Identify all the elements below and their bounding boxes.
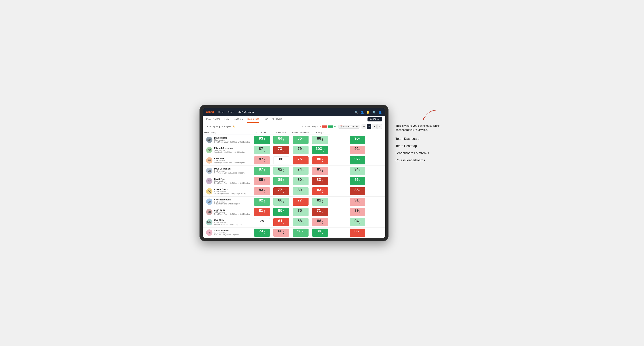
score-cell: 975▲ — [330, 155, 385, 166]
nav-links: Home Teams My Performance — [218, 111, 350, 113]
player-club: Royal North Devon Golf Club, United King… — [214, 182, 250, 184]
col-player-quality[interactable]: Player Quality ↕ — [203, 130, 252, 135]
player-handicap: 6-10 Handicap — [214, 222, 250, 223]
annotation-course-leaderboards: Course leaderboards — [396, 159, 444, 162]
nav-home[interactable]: Home — [218, 111, 224, 113]
score-cell: 584▲ — [291, 217, 310, 227]
score-cell: 958▲ — [272, 207, 291, 217]
player-cell[interactable]: CRChris Robertson1-5 HandicapCraigmillar… — [203, 197, 252, 207]
player-avatar: DF — [206, 178, 212, 184]
player-name: Chris Robertson — [214, 198, 250, 201]
score-cell: 934▲ — [252, 135, 272, 145]
settings-icon[interactable]: ⚙️ — [372, 110, 376, 114]
score-cell: 824▲ — [272, 166, 291, 176]
player-cell[interactable]: BMBlair McHargPlus HandicapRoyal North D… — [203, 135, 252, 145]
user-icon[interactable]: 👤 — [360, 110, 364, 114]
search-icon[interactable]: 🔍 — [354, 110, 358, 114]
score-cell: 854▼ — [330, 227, 385, 238]
player-cell[interactable]: EEElliot Ebert1-5 HandicapSunningdale Go… — [203, 155, 252, 166]
score-cell: 959▲ — [330, 135, 385, 145]
score-cell: 773▼ — [291, 197, 310, 207]
view-grid-button[interactable]: ⊞ — [362, 124, 366, 129]
player-cell[interactable]: DBDave Billingham1-5 HandicapGog Magog G… — [203, 166, 252, 176]
add-team-button[interactable]: Add Team — [368, 117, 382, 121]
table-row[interactable]: EEElliot Ebert1-5 HandicapSunningdale Go… — [203, 155, 385, 166]
col-approach[interactable]: Approach ↕ — [272, 130, 291, 135]
table-row[interactable]: BMBlair McHargPlus HandicapRoyal North D… — [203, 135, 385, 145]
table-row[interactable]: MMMatt Miller6-10 HandicapWoburn Golf Cl… — [203, 217, 385, 227]
player-club: Royal North Devon Golf Club, United King… — [214, 213, 250, 215]
score-cell: 853▼ — [310, 166, 330, 176]
player-name: Matt Miller — [214, 219, 250, 222]
svg-marker-0 — [422, 118, 424, 120]
nav-teams[interactable]: Teams — [228, 111, 234, 113]
player-cell[interactable]: JCJosh Coles1-5 HandicapRoyal North Devo… — [203, 207, 252, 217]
score-cell: 88 — [272, 155, 291, 166]
tab-team-clippd[interactable]: Team Clippd — [247, 116, 259, 123]
table-row[interactable]: ANAaron Nicholls11-15 HandicapDrift Golf… — [203, 227, 385, 238]
player-avatar: AN — [206, 229, 212, 236]
view-table-button[interactable]: ⊟ — [367, 124, 371, 129]
player-club: Drift Golf Club, United Kingdom — [214, 234, 250, 236]
score-cell: 7311▼ — [272, 145, 291, 155]
score-cell: 8421▲ — [310, 227, 330, 238]
table-row[interactable]: CRChris Robertson1-5 HandicapCraigmillar… — [203, 197, 385, 207]
pos-bar — [328, 126, 333, 128]
tab-all-players[interactable]: All Players — [272, 116, 282, 123]
player-club: St. George's Hill GC - Weybridge, Surrey — [214, 192, 250, 194]
table-row[interactable]: ECEdward Crossman1-5 HandicapSunningdale… — [203, 145, 385, 155]
table-row[interactable]: DBDave Billingham1-5 HandicapGog Magog G… — [203, 166, 385, 176]
table-row[interactable]: JCJosh Coles1-5 HandicapRoyal North Devo… — [203, 207, 385, 217]
tab-tour[interactable]: Tour — [264, 116, 268, 123]
page-wrapper: clippd Home Teams My Performance 🔍 👤 🔔 ⚙… — [200, 105, 444, 241]
view-download-button[interactable]: ↓ — [377, 124, 382, 129]
col-putting[interactable]: Putting ↕ — [310, 130, 330, 135]
nav-my-performance[interactable]: My Performance — [238, 111, 254, 113]
team-name-label: Team Clippd — [206, 125, 218, 128]
bell-icon[interactable]: 🔔 — [366, 110, 370, 114]
player-cell[interactable]: DFDavid FordPlus HandicapRoyal North Dev… — [203, 176, 252, 186]
player-cell[interactable]: ANAaron Nicholls11-15 HandicapDrift Golf… — [203, 227, 252, 238]
score-cell: 602▲ — [272, 197, 291, 207]
edit-team-icon[interactable]: ✏️ — [232, 125, 235, 128]
player-handicap: 1-5 Handicap — [214, 160, 250, 162]
col-around-green[interactable]: Around the Green ↕ — [291, 130, 310, 135]
view-chart-button[interactable]: ♟ — [372, 124, 376, 129]
player-avatar: JC — [206, 209, 212, 215]
sub-nav: PGAT Players PGA Hcaps 1-5 Team Clippd T… — [203, 116, 385, 123]
player-avatar: BM — [206, 137, 212, 143]
tablet-screen: clippd Home Teams My Performance 🔍 👤 🔔 ⚙… — [203, 108, 385, 238]
player-name: Blair McHarg — [214, 137, 250, 139]
table-row[interactable]: CQCharlie Quick6-10 HandicapSt. George's… — [203, 186, 385, 197]
player-cell[interactable]: ECEdward Crossman1-5 HandicapSunningdale… — [203, 145, 252, 155]
score-cell: 75 — [252, 217, 272, 227]
annotation-leaderboards: Leaderboards & streaks — [396, 151, 444, 155]
player-count: 14 Players — [221, 125, 231, 128]
round-change-bar: -5 +5 — [320, 126, 336, 128]
player-cell[interactable]: MMMatt Miller6-10 HandicapWoburn Golf Cl… — [203, 217, 252, 227]
table-row[interactable]: DFDavid FordPlus HandicapRoyal North Dev… — [203, 176, 385, 186]
view-icons: ⊞ ⊟ ♟ ↓ — [362, 124, 382, 129]
score-cell: 601▼ — [272, 227, 291, 238]
score-cell: 881▼ — [310, 135, 330, 145]
score-cell: 803▲ — [291, 176, 310, 186]
score-cell: 874▲ — [252, 166, 272, 176]
neg-bar — [322, 126, 327, 128]
score-cell: 7111▼ — [310, 207, 330, 217]
score-cell: 813▼ — [252, 207, 272, 217]
tab-hcaps[interactable]: Hcaps 1-5 — [233, 116, 243, 123]
score-cell: 943▲ — [330, 217, 385, 227]
tab-pgat-players[interactable]: PGAT Players — [206, 116, 220, 123]
avatar-icon[interactable]: 👤 — [378, 110, 382, 114]
score-cell: 8310▼ — [310, 176, 330, 186]
player-handicap: 1-5 Handicap — [214, 201, 250, 203]
player-cell[interactable]: CQCharlie Quick6-10 HandicapSt. George's… — [203, 186, 252, 197]
player-avatar: DB — [206, 168, 212, 174]
tab-pga[interactable]: PGA — [224, 116, 228, 123]
player-table: Player Quality ↕ Off the Tee ↕ Approach … — [203, 130, 385, 238]
last-rounds-button[interactable]: 📅 Last Rounds: 20 — [338, 125, 360, 129]
last-rounds-label: Last Rounds: — [343, 126, 355, 128]
score-cell: 923▼ — [330, 145, 385, 155]
col-off-tee[interactable]: Off the Tee ↕ — [252, 130, 272, 135]
dashboard-arrow — [396, 109, 444, 124]
